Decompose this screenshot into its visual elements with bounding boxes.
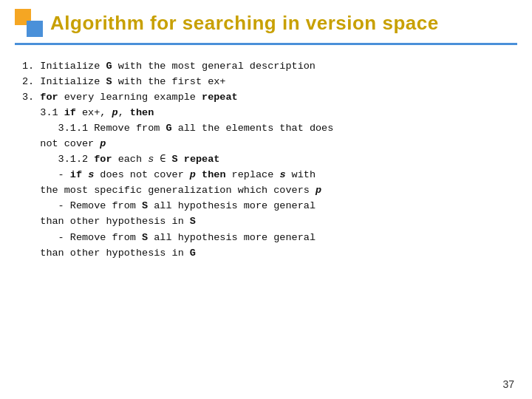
header-icon — [15, 9, 43, 37]
line-1: 1. Initialize G with the most general de… — [22, 61, 316, 72]
slide-number: 37 — [502, 378, 514, 390]
blue-square-icon — [27, 21, 43, 37]
code-block: 1. Initialize G with the most general de… — [22, 58, 514, 261]
line-6: 3.1.2 for each s ∈ S repeat — [22, 154, 219, 165]
slide-content: 1. Initialize G with the most general de… — [0, 52, 532, 267]
line-5b: not cover p — [22, 138, 106, 149]
line-7: - if s does not cover p then replace s w… — [22, 169, 316, 180]
line-7b: the most specific generalization which c… — [22, 185, 321, 196]
line-9: - Remove from S all hypothesis more gene… — [22, 232, 316, 243]
slide-header: Algorithm for searching in version space — [0, 0, 532, 43]
line-8: - Remove from S all hypothesis more gene… — [22, 200, 316, 211]
line-3: 3. for every learning example repeat — [22, 92, 238, 103]
header-divider — [15, 43, 517, 45]
line-5: 3.1.1 Remove from G all the elements tha… — [22, 123, 333, 134]
slide-title: Algorithm for searching in version space — [50, 12, 439, 35]
line-4: 3.1 if ex+, p, then — [22, 107, 154, 118]
line-8b: than other hypothesis in S — [22, 216, 196, 227]
slide: Algorithm for searching in version space… — [0, 0, 532, 399]
line-2: 2. Initialize S with the first ex+ — [22, 76, 225, 87]
line-9b: than other hypothesis in G — [22, 248, 196, 259]
